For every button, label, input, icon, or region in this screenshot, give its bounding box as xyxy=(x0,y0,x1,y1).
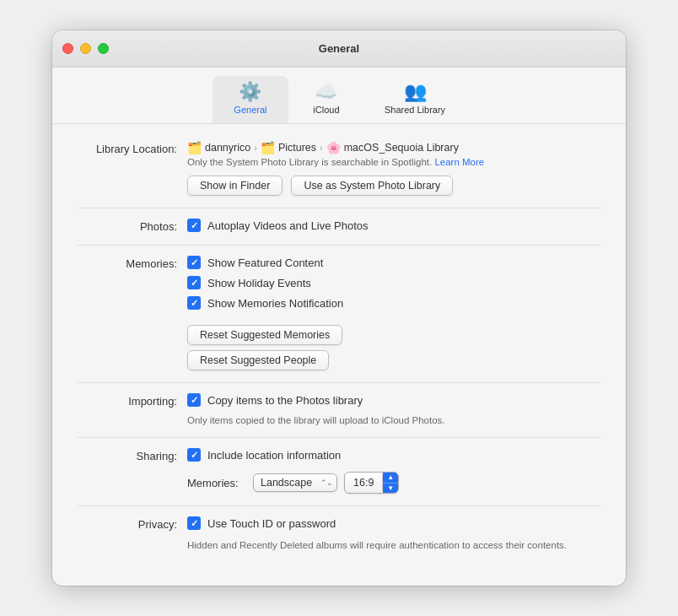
cloud-icon: ☁️ xyxy=(315,83,337,101)
autoplay-label: Autoplay Videos and Live Photos xyxy=(207,219,369,232)
memories-notification-label: Show Memories Notification xyxy=(207,297,343,310)
pictures-icon: 🗂️ xyxy=(261,141,275,154)
holiday-events-label: Show Holiday Events xyxy=(207,277,311,289)
library-path: 🗂️ dannyrico › 🗂️ Pictures › 🌸 macOS_Seq… xyxy=(187,141,600,154)
orientation-select[interactable]: Landscape Portrait Square xyxy=(253,473,337,492)
memories-notification-checkbox[interactable]: ✓ xyxy=(187,296,201,310)
privacy-section: Privacy: ✓ Use Touch ID or password Hidd… xyxy=(78,516,600,553)
divider-1 xyxy=(78,208,600,208)
path-arrow-1: › xyxy=(254,143,257,153)
tab-shared-library-label: Shared Library xyxy=(385,105,445,115)
checkmark-icon: ✓ xyxy=(191,258,198,267)
memories-label: Memories: xyxy=(78,256,187,270)
tab-general-label: General xyxy=(234,105,266,115)
memories-buttons: Reset Suggested Memories Reset Suggested… xyxy=(187,325,600,370)
traffic-lights xyxy=(62,43,109,54)
learn-more-link[interactable]: Learn More xyxy=(434,157,484,167)
folder-icon: 🗂️ xyxy=(187,141,202,154)
stepper-controls: ▲ ▼ xyxy=(383,473,398,493)
sharing-memories-label: Memories: xyxy=(187,477,246,489)
location-label: Include location information xyxy=(207,449,341,462)
copy-items-checkbox[interactable]: ✓ xyxy=(187,393,201,407)
aspect-ratio-value: 16:9 xyxy=(345,474,383,491)
featured-content-label: Show Featured Content xyxy=(207,257,323,269)
copy-items-note: Only items copied to the library will up… xyxy=(187,415,600,425)
tab-icloud-label: iCloud xyxy=(313,105,339,115)
importing-label: Importing: xyxy=(78,393,187,408)
path-pictures: Pictures xyxy=(278,142,316,154)
holiday-events-row: ✓ Show Holiday Events xyxy=(187,276,600,289)
photos-label: Photos: xyxy=(78,219,187,233)
divider-2 xyxy=(78,245,600,246)
photos-content: ✓ Autoplay Videos and Live Photos xyxy=(187,219,600,232)
reset-memories-button[interactable]: Reset Suggested Memories xyxy=(187,325,342,345)
divider-5 xyxy=(78,505,600,506)
library-buttons: Show in Finder Use as System Photo Libra… xyxy=(187,176,600,196)
tab-shared-library[interactable]: 👥 Shared Library xyxy=(364,76,465,123)
main-window: General ⚙️ General ☁️ iCloud 👥 Shared Li… xyxy=(52,30,626,585)
touchid-note: Hidden and Recently Deleted albums will … xyxy=(187,538,600,553)
divider-3 xyxy=(78,382,600,383)
window-title: General xyxy=(319,42,359,55)
autoplay-checkbox[interactable]: ✓ xyxy=(187,219,201,232)
library-location-content: 🗂️ dannyrico › 🗂️ Pictures › 🌸 macOS_Seq… xyxy=(187,141,600,196)
divider-4 xyxy=(78,437,600,438)
stepper-up-button[interactable]: ▲ xyxy=(383,473,398,484)
tab-icloud[interactable]: ☁️ iCloud xyxy=(288,76,364,123)
close-button[interactable] xyxy=(62,43,73,54)
aspect-ratio-stepper: 16:9 ▲ ▼ xyxy=(344,472,399,494)
checkmark-icon: ✓ xyxy=(191,299,198,308)
reset-people-button[interactable]: Reset Suggested People xyxy=(187,350,329,370)
memories-section: Memories: ✓ Show Featured Content ✓ Show… xyxy=(78,256,600,370)
privacy-content: ✓ Use Touch ID or password Hidden and Re… xyxy=(187,516,600,553)
photos-section: Photos: ✓ Autoplay Videos and Live Photo… xyxy=(78,219,600,233)
checkmark-icon: ✓ xyxy=(191,451,198,460)
library-note: Only the System Photo Library is searcha… xyxy=(187,157,600,167)
tab-general[interactable]: ⚙️ General xyxy=(213,76,288,123)
library-location-label: Library Location: xyxy=(78,141,187,155)
people-icon: 👥 xyxy=(404,83,427,101)
titlebar: General xyxy=(52,30,626,68)
path-library: macOS_Sequoia Library xyxy=(344,142,459,154)
featured-content-checkbox[interactable]: ✓ xyxy=(187,256,201,269)
use-as-system-button[interactable]: Use as System Photo Library xyxy=(291,176,453,196)
checkmark-icon: ✓ xyxy=(191,519,198,528)
location-row: ✓ Include location information xyxy=(187,448,600,462)
library-location-section: Library Location: 🗂️ dannyrico › 🗂️ Pict… xyxy=(78,141,600,196)
sharing-memories-row: Memories: Landscape Portrait Square 16:9… xyxy=(187,472,600,494)
sharing-content: ✓ Include location information Memories:… xyxy=(187,448,600,494)
location-checkbox[interactable]: ✓ xyxy=(187,448,201,462)
copy-items-label: Copy items to the Photos library xyxy=(207,394,363,407)
sharing-section: Sharing: ✓ Include location information … xyxy=(78,448,600,494)
autoplay-row: ✓ Autoplay Videos and Live Photos xyxy=(187,219,600,232)
settings-content: Library Location: 🗂️ dannyrico › 🗂️ Pict… xyxy=(52,124,626,585)
path-user: dannyrico xyxy=(205,142,250,154)
memories-content: ✓ Show Featured Content ✓ Show Holiday E… xyxy=(187,256,600,370)
sharing-label: Sharing: xyxy=(78,448,187,462)
path-arrow-2: › xyxy=(320,143,323,153)
memories-notification-row: ✓ Show Memories Notification xyxy=(187,296,600,310)
minimize-button[interactable] xyxy=(80,43,91,54)
orientation-select-wrapper: Landscape Portrait Square xyxy=(253,473,337,492)
touchid-label: Use Touch ID or password xyxy=(207,517,336,530)
checkmark-icon: ✓ xyxy=(191,396,198,405)
importing-content: ✓ Copy items to the Photos library Only … xyxy=(187,393,600,425)
privacy-label: Privacy: xyxy=(78,516,187,531)
toolbar: ⚙️ General ☁️ iCloud 👥 Shared Library xyxy=(52,68,626,124)
holiday-events-checkbox[interactable]: ✓ xyxy=(187,276,201,289)
copy-items-row: ✓ Copy items to the Photos library xyxy=(187,393,600,407)
checkmark-icon: ✓ xyxy=(191,221,198,230)
photos-icon: 🌸 xyxy=(326,141,341,154)
touchid-checkbox[interactable]: ✓ xyxy=(187,516,201,530)
stepper-down-button[interactable]: ▼ xyxy=(383,484,398,494)
checkmark-icon: ✓ xyxy=(191,278,198,288)
touchid-row: ✓ Use Touch ID or password xyxy=(187,516,600,530)
importing-section: Importing: ✓ Copy items to the Photos li… xyxy=(78,393,600,425)
show-in-finder-button[interactable]: Show in Finder xyxy=(187,176,282,196)
featured-content-row: ✓ Show Featured Content xyxy=(187,256,600,269)
gear-icon: ⚙️ xyxy=(239,83,261,101)
maximize-button[interactable] xyxy=(98,43,109,54)
